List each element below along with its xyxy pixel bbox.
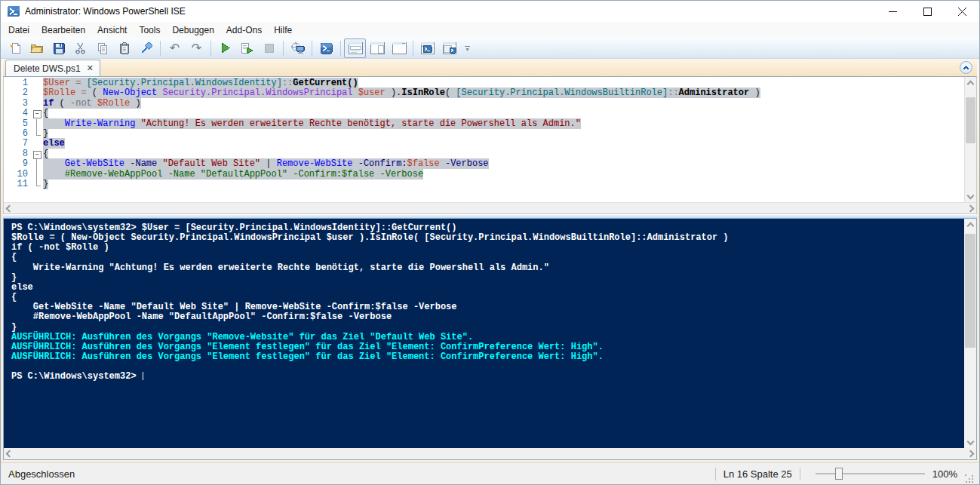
console-horizontal-scrollbar[interactable] (4, 448, 976, 459)
editor-line[interactable]: 8{ (4, 149, 964, 159)
chevron-down-icon: ▾ (465, 48, 468, 51)
script-tab-strip: Delete DWS.ps1 ✕ (3, 59, 977, 76)
fold-margin (31, 119, 43, 129)
line-number: 8 (4, 149, 31, 159)
code-fold-toggle[interactable] (31, 149, 43, 159)
new-powershell-tab-button[interactable] (416, 38, 438, 58)
editor-line[interactable]: 4{ (4, 109, 964, 118)
scroll-up-arrow[interactable] (964, 219, 976, 230)
menu-add-ons[interactable]: Add-Ons (220, 23, 268, 37)
code-text: { (43, 109, 48, 118)
new-remote-powershell-tab-button[interactable] (287, 38, 309, 58)
powershell-ise-window: Administrator: Windows PowerShell ISE Da… (0, 0, 980, 485)
menu-ansicht[interactable]: Ansicht (91, 23, 133, 37)
script-editor-pane: 1$User = [Security.Principal.WindowsIden… (3, 76, 977, 214)
line-number: 4 (4, 109, 31, 118)
minimize-button[interactable] (875, 1, 910, 22)
show-script-pane-maximized-button[interactable] (388, 38, 410, 58)
copy-button[interactable] (91, 38, 113, 58)
scroll-right-arrow[interactable] (967, 204, 975, 212)
run-script-button[interactable] (214, 38, 236, 58)
scroll-up-arrow[interactable] (965, 77, 976, 88)
maximize-button[interactable] (910, 1, 945, 22)
console-line: $Rolle = ( New-Object Security.Principal… (11, 233, 964, 243)
editor-line[interactable]: 7else (4, 139, 964, 149)
editor-line[interactable]: 9 Get-WebSite -Name "Default Web Site" |… (4, 159, 964, 169)
scroll-left-arrow[interactable] (6, 450, 14, 458)
code-fold-toggle[interactable] (31, 109, 43, 118)
editor-line[interactable]: 2$Rolle = ( New-Object Security.Principa… (4, 88, 964, 98)
console-vscroll-thumb[interactable] (965, 234, 975, 348)
paste-button[interactable] (113, 38, 135, 58)
console-verbose-line: AUSFÜHRLICH: Ausführen des Vorgangs "Rem… (11, 333, 964, 342)
close-button[interactable] (945, 1, 979, 22)
statusbar-separator (800, 468, 800, 480)
toolbar-overflow-button[interactable]: ▾ (465, 46, 470, 51)
zoom-level: 100% (932, 468, 957, 480)
editor-line[interactable]: 5 Write-Warning "Achtung! Es werden erwe… (4, 119, 964, 129)
code-text: if ( -not $Rolle ) (43, 99, 141, 109)
script-tab-delete-dws[interactable]: Delete DWS.ps1 ✕ (5, 60, 100, 76)
show-script-pane-right-button[interactable] (366, 38, 388, 58)
statusbar-separator (715, 468, 716, 480)
menu-hilfe[interactable]: Hilfe (268, 23, 298, 37)
tab-label: Delete DWS.ps1 (14, 63, 81, 74)
powershell-app-icon (7, 5, 20, 18)
toolbar-separator (283, 41, 284, 56)
menu-bearbeiten[interactable]: Bearbeiten (35, 23, 91, 37)
chevron-up-icon (963, 66, 969, 70)
cut-button[interactable] (69, 38, 91, 58)
status-bar: Abgeschlossen Ln 16 Spalte 25 100% (1, 462, 979, 484)
code-text: } (43, 180, 48, 189)
resize-grip[interactable] (965, 474, 975, 484)
console-line: if ( -not $Rolle ) (11, 243, 964, 253)
editor-line[interactable]: 6} (4, 129, 964, 139)
window-title: Administrator: Windows PowerShell ISE (25, 6, 875, 17)
show-command-window-button[interactable] (438, 38, 460, 58)
show-script-pane-top-button[interactable] (344, 38, 366, 58)
redo-button[interactable]: ↷ (186, 38, 207, 58)
editor-vscroll-thumb[interactable] (966, 97, 975, 143)
fold-margin (31, 88, 43, 98)
toolbar: ↶ ↷ (1, 38, 979, 59)
status-text: Abgeschlossen (5, 468, 708, 480)
editor-line[interactable]: 1$User = [Security.Principal.WindowsIden… (4, 78, 964, 88)
fold-margin (31, 78, 43, 88)
fold-margin (31, 180, 43, 189)
code-text: #Remove-WebAppPool -Name "DefaultAppPool… (43, 170, 423, 180)
fold-margin (31, 129, 43, 139)
scroll-right-arrow[interactable] (967, 450, 975, 458)
console-vertical-scrollbar[interactable] (964, 219, 976, 448)
zoom-slider[interactable] (816, 467, 925, 480)
tab-close-icon[interactable]: ✕ (87, 63, 94, 73)
editor-line[interactable]: 3if ( -not $Rolle ) (4, 99, 964, 109)
console-caret (143, 372, 143, 380)
undo-button[interactable]: ↶ (164, 38, 186, 58)
clear-console-button[interactable] (135, 38, 157, 58)
editor-vertical-scrollbar[interactable] (964, 77, 976, 202)
console-line: PS C:\Windows\system32> (11, 372, 964, 382)
editor-line[interactable]: 11} (4, 180, 964, 189)
start-powershell-button[interactable] (315, 38, 337, 58)
code-text: else (43, 139, 65, 149)
code-text: Get-WebSite -Name "Default Web Site" | R… (43, 159, 489, 169)
menu-debuggen[interactable]: Debuggen (166, 23, 220, 37)
zoom-slider-thumb[interactable] (835, 468, 843, 480)
new-script-button[interactable] (4, 38, 26, 58)
save-script-button[interactable] (48, 38, 69, 58)
collapse-script-pane-button[interactable] (960, 61, 972, 74)
editor-horizontal-scrollbar[interactable] (4, 202, 976, 213)
menu-bar: DateiBearbeitenAnsichtToolsDebuggenAdd-O… (1, 22, 979, 38)
editor-code-area[interactable]: 1$User = [Security.Principal.WindowsIden… (4, 77, 964, 202)
menu-datei[interactable]: Datei (2, 23, 35, 37)
console-input-area[interactable]: PS C:\Windows\system32> $User = [Securit… (4, 219, 964, 448)
menu-tools[interactable]: Tools (133, 23, 166, 37)
run-selection-button[interactable] (236, 38, 258, 58)
open-script-button[interactable] (26, 38, 48, 58)
scroll-left-arrow[interactable] (6, 204, 14, 212)
editor-line[interactable]: 10 #Remove-WebAppPool -Name "DefaultAppP… (4, 170, 964, 180)
scroll-down-arrow[interactable] (964, 437, 976, 448)
fold-margin (31, 139, 43, 149)
stop-operation-button (258, 38, 280, 58)
scroll-down-arrow[interactable] (965, 191, 976, 202)
